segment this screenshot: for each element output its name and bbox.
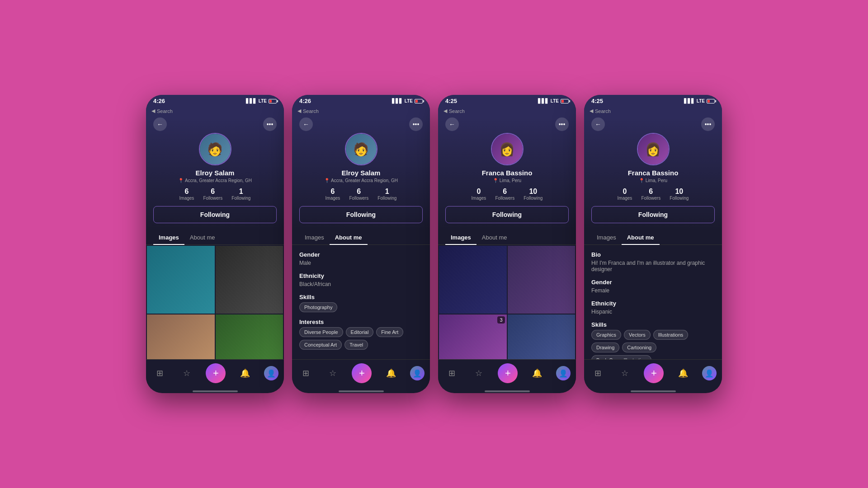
add-nav-button[interactable]: + bbox=[352, 363, 372, 383]
status-icons: ▋▋▋ LTE bbox=[246, 99, 277, 103]
avatar: 🧑 bbox=[345, 133, 377, 165]
image-cell[interactable] bbox=[216, 246, 283, 314]
back-button[interactable]: ← bbox=[445, 117, 459, 131]
ethnicity-label: Ethnicity bbox=[591, 300, 715, 307]
location-text: Accra, Greater Accra Region, GH bbox=[185, 178, 252, 183]
more-options-button[interactable]: ••• bbox=[263, 117, 277, 131]
profile-location: 📍 Lima, Peru bbox=[639, 178, 667, 183]
interest-tag: Travel bbox=[344, 340, 368, 350]
profile-nav-button[interactable]: 👤 bbox=[410, 366, 425, 380]
image-cell[interactable]: 3 bbox=[439, 314, 507, 360]
network-type: LTE bbox=[697, 99, 705, 103]
tab-about-me[interactable]: About me bbox=[184, 230, 221, 244]
nav-bar: ◀ Search bbox=[438, 106, 576, 117]
images-grid: 3♥ 0 bbox=[438, 245, 576, 359]
stat-following: 1 Following bbox=[377, 188, 396, 201]
image-cell[interactable] bbox=[216, 314, 283, 360]
stat-followers: 6 Followers bbox=[203, 188, 222, 201]
notifications-nav-button[interactable]: 🔔 bbox=[237, 365, 253, 381]
more-options-button[interactable]: ••• bbox=[555, 117, 569, 131]
star-nav-button[interactable]: ☆ bbox=[471, 365, 487, 381]
home-nav-button[interactable]: ⊞ bbox=[151, 365, 168, 381]
interest-tag: Editorial bbox=[346, 327, 374, 337]
battery-icon bbox=[707, 99, 715, 103]
notifications-nav-button[interactable]: 🔔 bbox=[529, 365, 545, 381]
stats-row: 6 Images 6 Followers 1 Following bbox=[326, 188, 397, 201]
home-nav-button[interactable]: ⊞ bbox=[443, 365, 460, 381]
image-cell[interactable] bbox=[439, 246, 507, 314]
stats-row: 6 Images 6 Followers 1 Following bbox=[179, 188, 251, 201]
follow-button[interactable]: Following bbox=[153, 206, 277, 223]
add-nav-button[interactable]: + bbox=[644, 363, 664, 383]
stats-row: 0 Images 6 Followers 10 Following bbox=[472, 188, 543, 201]
skill-tag: Book Cover Illustration bbox=[591, 355, 651, 359]
following-count: 10 bbox=[529, 188, 537, 196]
profile-nav-button[interactable]: 👤 bbox=[556, 366, 571, 380]
location-icon: 📍 bbox=[493, 178, 498, 183]
tab-about-me[interactable]: About me bbox=[622, 230, 660, 244]
add-nav-button[interactable]: + bbox=[498, 363, 518, 383]
following-label: Following bbox=[670, 196, 689, 201]
signal-strength: ▋▋▋ bbox=[684, 99, 695, 103]
back-button[interactable]: ← bbox=[591, 117, 605, 131]
stat-following: 10 Following bbox=[524, 188, 542, 201]
interests-tags: Diverse PeopleEditorialFine ArtConceptua… bbox=[299, 327, 423, 350]
follow-button[interactable]: Following bbox=[591, 206, 715, 223]
notifications-nav-button[interactable]: 🔔 bbox=[383, 365, 399, 381]
follow-button[interactable]: Following bbox=[299, 206, 423, 223]
status-time: 4:26 bbox=[299, 98, 311, 104]
tab-images[interactable]: Images bbox=[591, 230, 622, 244]
bio-section: Bio Hi! I'm Franca and I'm an illustrato… bbox=[591, 251, 715, 272]
tab-images[interactable]: Images bbox=[153, 230, 184, 244]
home-nav-button[interactable]: ⊞ bbox=[590, 365, 606, 381]
followers-label: Followers bbox=[203, 196, 222, 201]
skills-section: Skills Photography bbox=[299, 294, 423, 312]
image-cell[interactable] bbox=[147, 246, 215, 314]
status-icons: ▋▋▋ LTE bbox=[392, 99, 423, 103]
phone-phone3: 4:25 ▋▋▋ LTE ◀ Search ← ••• 👩 Franca Bas… bbox=[438, 95, 576, 393]
back-arrow-icon: ◀ bbox=[443, 108, 447, 114]
profile-nav-button[interactable]: 👤 bbox=[264, 366, 278, 380]
stat-followers: 6 Followers bbox=[641, 188, 660, 201]
nav-label: Search bbox=[157, 108, 173, 114]
more-options-button[interactable]: ••• bbox=[701, 117, 715, 131]
profile-header: ← ••• 🧑 Elroy Salam 📍 Accra, Greater Acc… bbox=[292, 117, 430, 230]
star-nav-button[interactable]: ☆ bbox=[325, 365, 341, 381]
image-cell[interactable]: ♥ 0 bbox=[508, 314, 576, 360]
more-options-button[interactable]: ••• bbox=[409, 117, 423, 131]
avatar-container: 🧑 bbox=[199, 133, 231, 165]
profile-nav-button[interactable]: 👤 bbox=[702, 366, 717, 380]
gender-value: Male bbox=[299, 260, 423, 266]
followers-label: Followers bbox=[349, 196, 368, 201]
back-button[interactable]: ← bbox=[153, 117, 167, 131]
tab-images[interactable]: Images bbox=[445, 230, 476, 244]
gender-section: Gender Female bbox=[591, 279, 715, 294]
add-nav-button[interactable]: + bbox=[206, 363, 226, 383]
avatar: 👩 bbox=[491, 133, 524, 165]
tabs: ImagesAbout me bbox=[584, 230, 722, 245]
gender-value: Female bbox=[591, 287, 715, 294]
location-text: Lima, Peru bbox=[646, 178, 667, 183]
home-nav-button[interactable]: ⊞ bbox=[297, 365, 314, 381]
interests-label: Interests bbox=[299, 319, 423, 325]
images-count: 6 bbox=[185, 188, 189, 196]
home-indicator bbox=[631, 390, 676, 392]
follow-button[interactable]: Following bbox=[445, 206, 569, 223]
back-arrow-icon: ◀ bbox=[151, 108, 155, 114]
skill-tag: Drawing bbox=[591, 343, 619, 352]
back-button[interactable]: ← bbox=[299, 117, 313, 131]
status-time: 4:25 bbox=[445, 98, 457, 104]
notifications-nav-button[interactable]: 🔔 bbox=[675, 365, 691, 381]
image-cell[interactable]: ▶ bbox=[147, 314, 215, 360]
top-icons: ← ••• bbox=[591, 117, 715, 131]
tab-about-me[interactable]: About me bbox=[330, 230, 368, 244]
back-arrow-icon: ◀ bbox=[590, 108, 593, 114]
content: 3♥ 0 bbox=[438, 245, 576, 359]
image-cell[interactable] bbox=[508, 246, 576, 314]
star-nav-button[interactable]: ☆ bbox=[179, 365, 195, 381]
interest-tag: Fine Art bbox=[376, 327, 403, 337]
battery-icon bbox=[269, 99, 277, 103]
tab-about-me[interactable]: About me bbox=[476, 230, 513, 244]
star-nav-button[interactable]: ☆ bbox=[617, 365, 633, 381]
tab-images[interactable]: Images bbox=[299, 230, 330, 244]
